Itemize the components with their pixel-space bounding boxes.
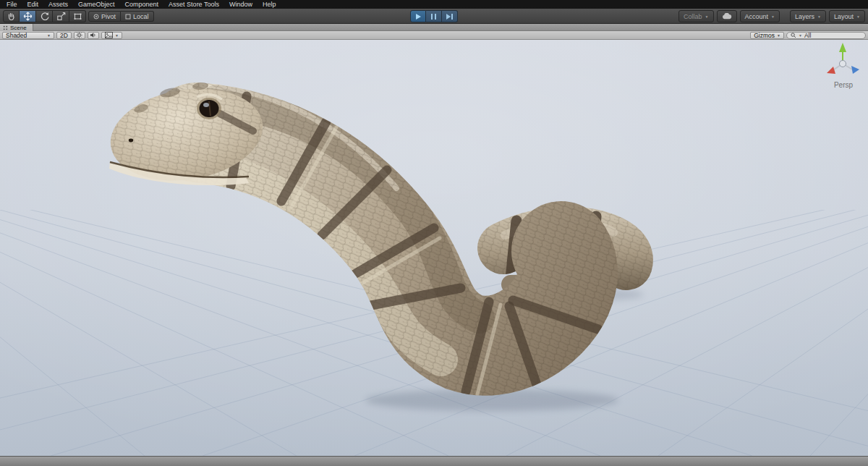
scene-effects-dropdown[interactable]: ▼ <box>101 32 122 39</box>
account-label: Account <box>745 13 769 20</box>
toolbar-right: Collab ▼ Account ▼ Layers ▼ Layout ▼ <box>678 10 865 22</box>
collab-label: Collab <box>684 13 702 20</box>
move-icon <box>23 12 33 21</box>
scene-viewport[interactable]: Persp <box>0 40 868 456</box>
2d-toggle-button[interactable]: 2D <box>56 32 72 39</box>
main-toolbar: Pivot Local Collab ▼ Account ▼ Layers <box>0 9 868 24</box>
pane-grid-icon <box>3 25 8 30</box>
pause-icon <box>431 14 437 20</box>
2d-label: 2D <box>60 32 68 39</box>
play-icon <box>416 14 421 20</box>
scene-search-field[interactable]: ▼ All <box>786 32 866 39</box>
cloud-icon <box>722 13 732 20</box>
rotate-tool-button[interactable] <box>36 10 53 22</box>
snake-eye <box>197 98 221 119</box>
transform-tools <box>3 10 86 22</box>
gizmo-center[interactable] <box>840 61 846 67</box>
tab-strip: Scene <box>0 24 868 31</box>
caret-down-icon: ▼ <box>47 33 51 38</box>
snake-nostril <box>129 139 133 143</box>
menu-item-assets[interactable]: Assets <box>43 0 73 9</box>
projection-label[interactable]: Persp <box>834 81 854 89</box>
menu-item-edit[interactable]: Edit <box>22 0 44 9</box>
menu-item-component[interactable]: Component <box>120 0 164 9</box>
scale-tool-button[interactable] <box>53 10 69 22</box>
caret-down-icon: ▼ <box>705 14 709 19</box>
status-bar <box>0 456 868 466</box>
local-label: Local <box>133 13 149 20</box>
scale-icon <box>56 12 66 21</box>
lighting-sun-icon <box>76 32 82 38</box>
caret-down-icon: ▼ <box>856 14 860 19</box>
menu-item-help[interactable]: Help <box>258 0 281 9</box>
handle-settings: Pivot Local <box>88 11 154 22</box>
gizmos-dropdown[interactable]: Gizmos ▼ <box>750 32 784 39</box>
play-button[interactable] <box>410 10 426 22</box>
tab-scene[interactable]: Scene <box>0 24 33 31</box>
scene-audio-toggle[interactable] <box>88 32 99 39</box>
menu-item-gameobject[interactable]: GameObject <box>73 0 120 9</box>
pause-button[interactable] <box>426 10 442 22</box>
scene-lighting-toggle[interactable] <box>74 32 85 39</box>
search-value: All <box>804 32 811 39</box>
pivot-icon <box>93 14 99 20</box>
caret-down-icon: ▼ <box>777 33 780 38</box>
scene-tab-label: Scene <box>10 25 27 31</box>
pivot-toggle-button[interactable]: Pivot <box>88 11 121 22</box>
scene-view-toolbar: Shaded ▼ 2D ▼ Gizmos ▼ ▼ All <box>0 31 868 40</box>
scene-render: Persp <box>0 40 868 456</box>
cloud-services-button[interactable] <box>717 10 737 22</box>
account-dropdown[interactable]: Account ▼ <box>740 10 780 22</box>
audio-speaker-icon <box>90 32 96 38</box>
rotate-icon <box>40 12 49 21</box>
snake-model <box>80 65 658 412</box>
step-button[interactable] <box>442 10 458 22</box>
effects-image-icon <box>105 32 113 38</box>
search-icon <box>791 33 796 38</box>
layers-label: Layers <box>795 13 814 20</box>
menu-item-window[interactable]: Window <box>224 0 258 9</box>
layers-dropdown[interactable]: Layers ▼ <box>790 10 826 22</box>
shading-mode-label: Shaded <box>6 32 27 39</box>
caret-down-icon: ▼ <box>799 33 802 38</box>
caret-down-icon: ▼ <box>817 14 821 19</box>
rect-transform-icon <box>73 12 82 21</box>
menu-item-asset-store-tools[interactable]: Asset Store Tools <box>163 0 224 9</box>
play-controls <box>410 10 458 22</box>
step-icon <box>446 14 454 20</box>
menu-bar: File Edit Assets GameObject Component As… <box>0 0 868 9</box>
layout-dropdown[interactable]: Layout ▼ <box>829 10 865 22</box>
gizmos-label: Gizmos <box>754 32 775 39</box>
caret-down-icon: ▼ <box>115 33 119 38</box>
rect-tool-button[interactable] <box>69 10 86 22</box>
pivot-label: Pivot <box>101 13 116 20</box>
hand-icon <box>7 12 16 21</box>
menu-item-file[interactable]: File <box>1 0 22 9</box>
local-axes-icon <box>125 14 131 20</box>
move-tool-button[interactable] <box>20 10 36 22</box>
layout-label: Layout <box>834 13 854 20</box>
collab-dropdown[interactable]: Collab ▼ <box>678 10 713 22</box>
hand-tool-button[interactable] <box>3 10 20 22</box>
local-toggle-button[interactable]: Local <box>121 11 154 22</box>
shading-mode-dropdown[interactable]: Shaded ▼ <box>2 32 54 39</box>
caret-down-icon: ▼ <box>771 14 775 19</box>
